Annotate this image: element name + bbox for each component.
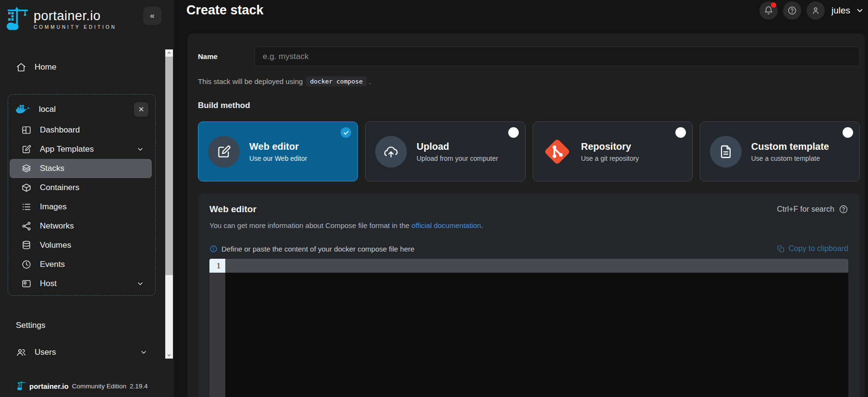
sidebar: portainer.io COMMUNITY EDITION « Home lo… <box>0 0 174 397</box>
user-icon <box>811 6 820 15</box>
brand-edition: COMMUNITY EDITION <box>34 24 117 30</box>
page-title: Create stack <box>186 3 264 18</box>
footer-edition: Community Edition <box>72 383 126 390</box>
docker-compose-chip: docker compose <box>306 76 367 86</box>
brand-title: portainer.io <box>34 9 117 24</box>
stacks-icon <box>21 163 32 174</box>
sidebar-item-home[interactable]: Home <box>16 58 174 77</box>
scrollbar-thumb[interactable] <box>165 57 173 275</box>
search-hint-text: Ctrl+F for search <box>777 205 834 214</box>
sidebar-item-containers[interactable]: Containers <box>10 178 152 197</box>
docker-whale-icon <box>16 103 31 116</box>
sidebar-item-dashboard[interactable]: Dashboard <box>10 120 152 140</box>
header-actions: jules <box>759 1 864 20</box>
name-label: Name <box>198 52 255 60</box>
portainer-footer-icon <box>17 381 26 391</box>
method-card-repository[interactable]: Repository Use a git repository <box>533 121 693 181</box>
sidebar-scrollbar[interactable] <box>165 49 173 359</box>
chevron-down-icon <box>140 349 147 356</box>
sidebar-item-label: Containers <box>40 183 79 192</box>
editor-note: Define or paste the content of your dock… <box>209 245 415 253</box>
sidebar-item-host[interactable]: Host <box>10 274 152 293</box>
deploy-note: This stack will be deployed using docker… <box>198 76 865 86</box>
sidebar-collapse-button[interactable]: « <box>143 7 161 25</box>
footer-brand: portainer.io <box>29 382 69 390</box>
environment-group: local ✕ Dashboard App Templates <box>8 94 156 296</box>
question-circle-icon <box>839 205 848 214</box>
method-title: Repository <box>581 141 639 152</box>
sidebar-item-users[interactable]: Users <box>16 343 150 362</box>
web-editor-icon <box>208 136 240 168</box>
host-icon <box>21 278 32 289</box>
main-content: Create stack jules Name Th <box>174 0 868 397</box>
events-icon <box>21 259 32 270</box>
compose-code-editor[interactable]: 1 <box>209 259 848 397</box>
radio-unselected-icon <box>508 127 519 138</box>
containers-icon <box>21 182 32 193</box>
chevron-down-icon[interactable] <box>856 6 864 15</box>
compose-info-text: You can get more information about Compo… <box>209 221 848 229</box>
selected-check-icon <box>341 127 351 138</box>
sidebar-item-images[interactable]: Images <box>10 197 152 217</box>
radio-unselected-icon <box>843 127 853 138</box>
scrollbar-down-arrow-icon[interactable] <box>165 352 173 359</box>
portainer-crane-icon <box>7 7 29 32</box>
sidebar-item-label: Home <box>35 62 56 72</box>
search-hint: Ctrl+F for search <box>777 205 848 214</box>
environment-header[interactable]: local ✕ <box>8 98 153 120</box>
help-button[interactable] <box>783 1 801 20</box>
build-method-heading: Build method <box>198 101 865 110</box>
editor-note-text: Define or paste the content of your dock… <box>221 245 415 253</box>
volumes-icon <box>21 240 32 251</box>
scrollbar-up-arrow-icon[interactable] <box>165 49 173 56</box>
sidebar-item-settings[interactable]: Settings <box>16 321 45 330</box>
question-icon <box>787 6 797 15</box>
sidebar-item-volumes[interactable]: Volumes <box>10 236 152 255</box>
notifications-button[interactable] <box>759 1 778 20</box>
sidebar-item-label: Images <box>40 202 67 212</box>
line-number: 1 <box>209 259 225 273</box>
images-icon <box>21 202 32 212</box>
build-method-options: Web editor Use our Web editor Upload Upl… <box>198 121 860 181</box>
editor-text-area[interactable] <box>225 259 848 397</box>
method-card-custom-template[interactable]: Custom template Use a custom template <box>700 121 860 181</box>
radio-unselected-icon <box>675 127 686 138</box>
sidebar-item-label: Volumes <box>40 241 71 250</box>
sidebar-item-label: Networks <box>40 221 74 231</box>
user-menu-button[interactable] <box>807 1 825 20</box>
copy-to-clipboard-button[interactable]: Copy to clipboard <box>777 244 848 253</box>
method-card-upload[interactable]: Upload Upload from your computer <box>365 121 525 181</box>
networks-icon <box>21 221 32 231</box>
info-suffix: . <box>481 221 483 229</box>
sidebar-item-events[interactable]: Events <box>10 255 152 274</box>
sidebar-item-label: Events <box>40 260 65 269</box>
sidebar-item-stacks[interactable]: Stacks <box>10 159 152 178</box>
method-subtitle: Use a git repository <box>581 155 639 162</box>
stack-name-input[interactable] <box>255 47 860 66</box>
official-documentation-link[interactable]: official documentation <box>412 221 481 229</box>
username[interactable]: jules <box>831 5 850 16</box>
method-subtitle: Use our Web editor <box>249 155 307 162</box>
sidebar-item-app-templates[interactable]: App Templates <box>10 140 152 159</box>
footer-version: 2.19.4 <box>130 383 148 390</box>
app-templates-icon <box>21 144 32 155</box>
create-stack-panel: Name This stack will be deployed using d… <box>187 34 865 397</box>
method-subtitle: Upload from your computer <box>416 155 498 162</box>
copy-icon <box>777 245 785 253</box>
method-title: Web editor <box>249 141 307 152</box>
git-icon <box>543 137 572 166</box>
sidebar-item-networks[interactable]: Networks <box>10 217 152 236</box>
sidebar-footer: portainer.io Community Edition 2.19.4 <box>17 381 148 391</box>
sidebar-item-label: Dashboard <box>40 125 80 135</box>
chevron-down-icon <box>136 280 144 288</box>
sidebar-item-label: App Templates <box>40 144 94 154</box>
environment-close-button[interactable]: ✕ <box>134 102 148 117</box>
document-icon <box>710 136 742 168</box>
method-card-web-editor[interactable]: Web editor Use our Web editor <box>198 121 358 181</box>
sidebar-item-label: Stacks <box>40 164 64 173</box>
info-prefix: You can get more information about Compo… <box>209 221 412 229</box>
web-editor-section: Web editor Ctrl+F for search You can get… <box>198 193 860 397</box>
copy-label: Copy to clipboard <box>788 244 848 253</box>
sidebar-item-label: Host <box>40 279 57 289</box>
method-subtitle: Use a custom template <box>751 155 829 162</box>
